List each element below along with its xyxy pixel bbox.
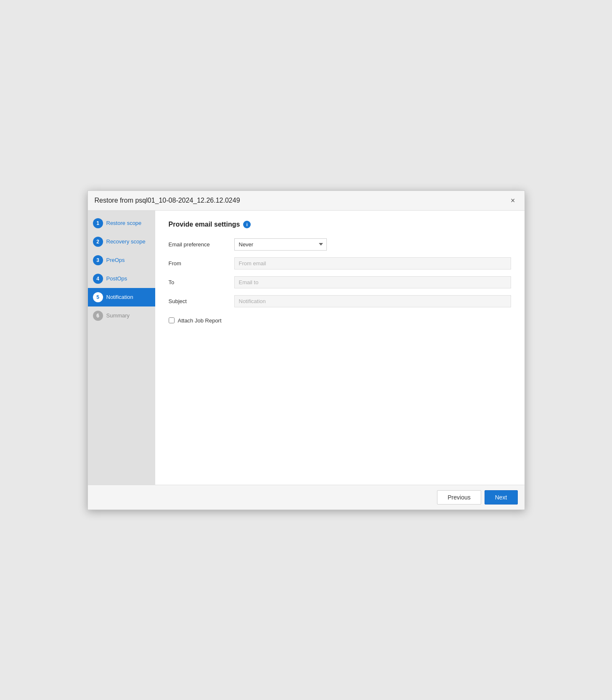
attach-job-report-checkbox[interactable] [169,317,175,323]
sidebar-item-restore-scope[interactable]: 1 Restore scope [88,214,155,232]
attach-job-report-row: Attach Job Report [169,317,511,324]
sidebar-item-label-preops: PreOps [106,257,125,263]
step-badge-3: 3 [93,255,103,265]
subject-label: Subject [169,298,228,304]
step-badge-4: 4 [93,274,103,284]
email-preference-select-wrapper: Never On Success On Failure Always [234,238,511,251]
subject-input[interactable] [234,295,511,307]
sidebar-item-label-notification: Notification [106,294,133,300]
to-email-input[interactable] [234,276,511,288]
sidebar-item-label-restore-scope: Restore scope [106,220,142,226]
email-preference-label: Email preference [169,241,228,248]
restore-dialog: Restore from psql01_10-08-2024_12.26.12.… [87,190,525,510]
step-badge-6: 6 [93,311,103,321]
from-label: From [169,260,228,267]
sidebar-item-label-summary: Summary [106,312,130,319]
email-preference-select[interactable]: Never On Success On Failure Always [234,238,327,251]
sidebar-item-label-recovery-scope: Recovery scope [106,238,146,245]
email-settings-form: Email preference Never On Success On Fai… [169,238,511,324]
dialog-body: 1 Restore scope 2 Recovery scope 3 PreOp… [88,211,525,485]
main-content: Provide email settings i Email preferenc… [155,211,525,485]
next-button[interactable]: Next [485,490,518,505]
from-email-input[interactable] [234,257,511,269]
sidebar-item-notification[interactable]: 5 Notification [88,288,155,306]
sidebar-item-recovery-scope[interactable]: 2 Recovery scope [88,232,155,251]
to-label: To [169,279,228,285]
section-title: Provide email settings [169,221,240,228]
previous-button[interactable]: Previous [437,490,481,505]
dialog-titlebar: Restore from psql01_10-08-2024_12.26.12.… [88,191,525,211]
sidebar-item-label-postops: PostOps [106,275,127,282]
step-badge-5: 5 [93,292,103,302]
sidebar-item-preops[interactable]: 3 PreOps [88,251,155,269]
dialog-title: Restore from psql01_10-08-2024_12.26.12.… [95,197,240,204]
sidebar-item-postops[interactable]: 4 PostOps [88,269,155,288]
close-button[interactable]: × [508,196,518,205]
dialog-footer: Previous Next [88,485,525,510]
sidebar: 1 Restore scope 2 Recovery scope 3 PreOp… [88,211,155,485]
attach-job-report-label[interactable]: Attach Job Report [178,317,222,324]
sidebar-item-summary: 6 Summary [88,306,155,325]
step-badge-1: 1 [93,218,103,228]
step-badge-2: 2 [93,237,103,247]
info-icon[interactable]: i [243,221,251,228]
section-header: Provide email settings i [169,221,511,228]
